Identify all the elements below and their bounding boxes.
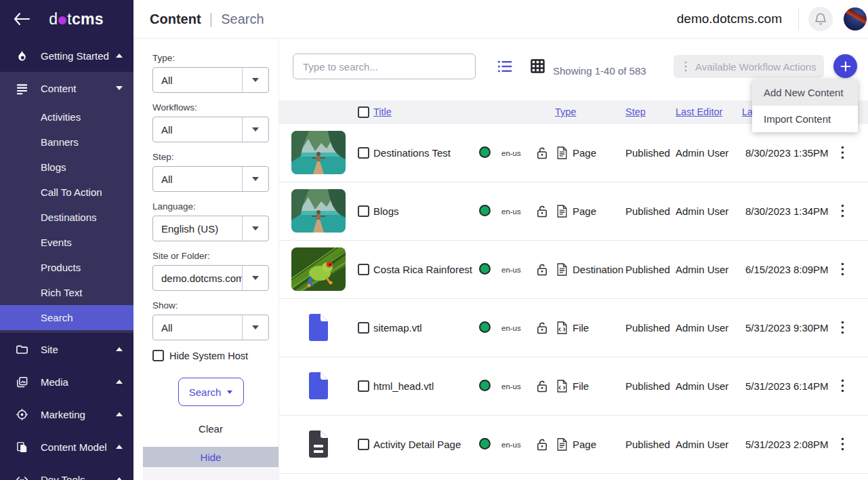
filter-select[interactable]: English (US) bbox=[152, 216, 269, 241]
select-arrow-segment[interactable] bbox=[242, 315, 268, 340]
hide-system-host-row: Hide System Host bbox=[152, 350, 269, 361]
published-status-dot bbox=[479, 380, 491, 391]
column-header-title[interactable]: Title bbox=[373, 106, 392, 117]
menu-item-import-content[interactable]: Import Content bbox=[752, 106, 858, 132]
row-checkbox[interactable] bbox=[358, 264, 369, 275]
row-type: File bbox=[573, 380, 589, 392]
workflow-actions-button[interactable]: Available Workflow Actions bbox=[674, 55, 824, 78]
select-arrow-segment[interactable] bbox=[242, 117, 268, 142]
row-thumbnail[interactable] bbox=[291, 189, 346, 233]
select-arrow-segment[interactable] bbox=[242, 68, 268, 92]
row-checkbox[interactable] bbox=[358, 147, 369, 159]
row-title[interactable]: Costa Rica Rainforest bbox=[373, 264, 472, 275]
results-count: Showing 1-40 of 583 bbox=[553, 65, 646, 77]
column-header-last-editor[interactable]: Last Editor bbox=[676, 106, 722, 117]
row-title[interactable]: Blogs bbox=[373, 205, 399, 217]
column-header-step[interactable]: Step bbox=[625, 106, 646, 117]
search-button[interactable]: Search bbox=[178, 378, 244, 406]
row-language: en-us bbox=[501, 324, 521, 332]
row-thumbnail[interactable] bbox=[291, 306, 346, 349]
select-all-checkbox[interactable] bbox=[358, 106, 369, 118]
row-checkbox[interactable] bbox=[358, 322, 369, 334]
select-arrow-segment[interactable] bbox=[242, 266, 268, 290]
notifications-button[interactable] bbox=[808, 7, 833, 31]
unlocked-icon bbox=[537, 438, 547, 451]
chevron-down-icon bbox=[116, 86, 123, 90]
row-language: en-us bbox=[501, 441, 521, 449]
breadcrumb-section[interactable]: Content bbox=[150, 12, 201, 27]
sidebar-subitem[interactable]: Destinations bbox=[0, 205, 133, 230]
filter-select[interactable]: All bbox=[152, 315, 269, 340]
table-body: Destinations Test en-us Page Published A… bbox=[278, 124, 868, 474]
back-button[interactable] bbox=[14, 13, 31, 25]
file-code-type-icon bbox=[557, 321, 567, 334]
sidebar-subitem[interactable]: Banners bbox=[0, 129, 133, 155]
row-title[interactable]: Activity Detail Page bbox=[373, 439, 461, 450]
row-thumbnail[interactable] bbox=[291, 131, 346, 174]
page-type-icon bbox=[557, 438, 567, 451]
sidebar-item-label: Media bbox=[41, 376, 116, 388]
user-avatar[interactable] bbox=[844, 7, 867, 31]
row-checkbox[interactable] bbox=[358, 380, 369, 392]
filter-select[interactable]: All bbox=[152, 166, 269, 192]
row-checkbox[interactable] bbox=[358, 205, 369, 217]
row-actions-menu-button[interactable] bbox=[841, 321, 844, 334]
row-thumbnail[interactable] bbox=[291, 422, 346, 466]
row-actions-menu-button[interactable] bbox=[841, 204, 844, 218]
row-title[interactable]: html_head.vtl bbox=[373, 380, 434, 392]
menu-item-add-new-content[interactable]: Add New Content bbox=[752, 79, 858, 106]
row-last-edit-date: 5/31/2023 9:30PM bbox=[745, 322, 829, 334]
logo-letter: t bbox=[67, 10, 72, 28]
sidebar-subitem[interactable]: Activities bbox=[0, 104, 133, 129]
sidebar-item-getting-started[interactable]: Getting Started bbox=[0, 39, 133, 72]
sidebar-subitem[interactable]: Search bbox=[0, 305, 133, 330]
hide-panel-button[interactable]: Hide bbox=[143, 447, 278, 467]
published-status-dot bbox=[479, 438, 491, 449]
site-title[interactable]: demo.dotcms.com bbox=[677, 12, 782, 26]
hide-system-host-checkbox[interactable] bbox=[152, 350, 164, 361]
filter-select[interactable]: demo.dotcms.com bbox=[152, 265, 269, 291]
row-actions-menu-button[interactable] bbox=[841, 379, 844, 393]
filter-label: Site or Folder: bbox=[152, 251, 269, 261]
sidebar-item-content[interactable]: Content bbox=[0, 72, 133, 104]
row-last-editor: Admin User bbox=[676, 322, 728, 334]
sidebar-item[interactable]: Marketing bbox=[0, 398, 133, 431]
search-input[interactable] bbox=[293, 61, 475, 73]
row-checkbox[interactable] bbox=[358, 439, 369, 450]
row-actions-menu-button[interactable] bbox=[841, 146, 844, 159]
sidebar-subitem[interactable]: Events bbox=[0, 230, 133, 255]
grid-view-button[interactable] bbox=[530, 58, 545, 74]
file-icon-thumbnail bbox=[309, 372, 328, 399]
select-arrow-segment[interactable] bbox=[242, 216, 268, 241]
filter-field: Type: All bbox=[152, 53, 269, 93]
row-actions-menu-button[interactable] bbox=[841, 437, 844, 451]
row-title[interactable]: Destinations Test bbox=[373, 147, 451, 159]
sidebar-item[interactable]: Content Model bbox=[0, 431, 133, 463]
chevron-down-icon bbox=[252, 226, 259, 231]
topbar-right: demo.dotcms.com bbox=[677, 7, 868, 31]
sidebar-item[interactable]: Media bbox=[0, 365, 133, 398]
sidebar-subitem[interactable]: Blogs bbox=[0, 155, 133, 180]
list-view-button[interactable] bbox=[497, 58, 513, 75]
filter-select[interactable]: All bbox=[152, 67, 269, 93]
row-actions-menu-button[interactable] bbox=[841, 262, 844, 276]
row-thumbnail[interactable] bbox=[291, 364, 346, 407]
add-content-button[interactable] bbox=[833, 54, 857, 78]
filter-select[interactable]: All bbox=[152, 117, 269, 142]
clear-button[interactable]: Clear bbox=[194, 422, 227, 435]
sidebar-subitem[interactable]: Products bbox=[0, 255, 133, 280]
sidebar-subitem[interactable]: Call To Action bbox=[0, 180, 133, 205]
unlocked-icon bbox=[537, 380, 547, 393]
sidebar-subitem[interactable]: Rich Text bbox=[0, 280, 133, 305]
chevron-down-icon bbox=[252, 276, 259, 280]
chevron-down-icon bbox=[252, 78, 259, 82]
filter-panel: Type: All Workflows: All bbox=[133, 38, 279, 480]
select-arrow-segment[interactable] bbox=[242, 167, 268, 191]
row-title[interactable]: sitemap.vtl bbox=[373, 322, 422, 334]
unlocked-icon bbox=[537, 263, 547, 276]
column-header-type[interactable]: Type bbox=[555, 106, 576, 117]
sidebar-item[interactable]: Site bbox=[0, 333, 133, 365]
sidebar-item[interactable]: Dev Tools bbox=[0, 463, 133, 480]
row-language: en-us bbox=[501, 266, 521, 274]
row-thumbnail[interactable] bbox=[291, 247, 346, 291]
